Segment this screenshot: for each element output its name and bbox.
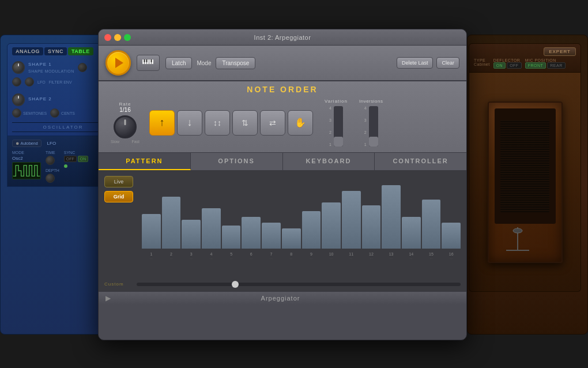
deflector-off-btn[interactable]: OFF bbox=[507, 62, 522, 69]
rate-section: Rate 1/16 Slow Fast bbox=[108, 102, 142, 144]
mode-label: MODE bbox=[12, 151, 41, 155]
grid-button[interactable]: Grid bbox=[104, 191, 133, 202]
synth-tab-table[interactable]: TABLE bbox=[68, 47, 93, 55]
bar-15[interactable] bbox=[422, 200, 441, 249]
bar-num-9: 9 bbox=[302, 252, 321, 256]
bar-9[interactable] bbox=[302, 211, 321, 249]
bar-sub-14: ··· bbox=[402, 257, 421, 260]
custom-slider[interactable] bbox=[137, 283, 461, 286]
bar-11[interactable] bbox=[342, 191, 361, 249]
bar-14[interactable] bbox=[402, 217, 421, 249]
bar-sub-1: ··· bbox=[142, 257, 161, 260]
synth-tab-sync[interactable]: SYNC bbox=[44, 47, 67, 55]
dir-btn-updown[interactable]: ↕↕ bbox=[205, 110, 230, 136]
front-btn[interactable]: FRONT bbox=[525, 62, 546, 69]
deflector-buttons: ON OFF bbox=[493, 62, 522, 69]
rate-knob[interactable] bbox=[114, 115, 137, 138]
arp-controls-right: Latch Mode Transpose bbox=[165, 57, 391, 69]
type-label: TYPE bbox=[474, 58, 490, 62]
delete-last-button[interactable]: Delete Last bbox=[397, 57, 434, 69]
vibrato-knob[interactable] bbox=[78, 63, 87, 72]
autobend-button[interactable]: ⏺ Autobend bbox=[12, 140, 42, 147]
tab-keyboard[interactable]: KEYBOARD bbox=[283, 153, 375, 170]
keyboard-button[interactable] bbox=[137, 55, 160, 71]
dir-btn-random[interactable]: ⇄ bbox=[260, 110, 285, 136]
bar-sub-11: ··· bbox=[342, 257, 361, 260]
play-button[interactable] bbox=[105, 50, 131, 76]
bar-sub-10: ··· bbox=[322, 257, 341, 260]
live-button[interactable]: Live bbox=[104, 176, 133, 187]
tab-controller[interactable]: CONTROLLER bbox=[375, 153, 466, 170]
latch-button[interactable]: Latch bbox=[165, 57, 192, 69]
cabinet-label: Cabinet bbox=[474, 62, 490, 66]
bar-7[interactable] bbox=[262, 223, 281, 249]
deflector-on-btn[interactable]: ON bbox=[493, 62, 506, 69]
maximize-button[interactable] bbox=[124, 34, 131, 41]
variation-slider[interactable] bbox=[334, 106, 343, 147]
depth-label: DEPTH bbox=[46, 168, 59, 172]
play-icon bbox=[115, 58, 123, 68]
note-order-section: NOTE ORDER Rate 1/16 Slow Fast ↑ ↓ ↕↕ ⇅ … bbox=[99, 81, 466, 152]
bar-12[interactable] bbox=[362, 205, 381, 249]
sync-label: SYNC bbox=[64, 151, 89, 155]
expert-button[interactable]: EXPERT bbox=[544, 47, 576, 56]
bar-num-14: 14 bbox=[402, 252, 421, 256]
bar-num-16: 16 bbox=[442, 252, 461, 256]
bar-num-7: 7 bbox=[262, 252, 281, 256]
speaker-grille bbox=[500, 120, 549, 212]
lfo-section-label: LFO bbox=[47, 141, 56, 146]
bar-2[interactable] bbox=[162, 197, 181, 249]
bar-sub-3: ··· bbox=[182, 257, 201, 260]
rear-btn[interactable]: REAR bbox=[547, 62, 565, 69]
bar-6[interactable] bbox=[242, 217, 261, 249]
inv-num-1: 1 bbox=[364, 142, 367, 147]
slow-fast-labels: Slow Fast bbox=[111, 140, 140, 144]
lfo-knob[interactable] bbox=[12, 77, 21, 87]
direction-buttons: ↑ ↓ ↕↕ ⇅ ⇄ ✋ bbox=[149, 110, 313, 136]
inversions-slider-group: 4 3 2 1 bbox=[364, 106, 378, 147]
lfo-depth-knob[interactable] bbox=[46, 174, 55, 183]
lfo-time-knob[interactable] bbox=[46, 156, 55, 165]
inversions-slider[interactable] bbox=[369, 106, 378, 147]
shape1-knob[interactable] bbox=[12, 61, 25, 74]
bar-num-11: 11 bbox=[342, 252, 361, 256]
dir-btn-down[interactable]: ↓ bbox=[177, 110, 202, 136]
mode-value[interactable]: Transpose bbox=[216, 57, 255, 69]
dir-btn-up[interactable]: ↑ bbox=[149, 110, 175, 136]
sync-on-btn[interactable]: ON bbox=[78, 156, 89, 162]
arpeggiator-window: Inst 2: Arpeggiator Latch Mode Transpose bbox=[98, 29, 467, 340]
bar-13[interactable] bbox=[382, 185, 401, 249]
custom-row: Custom bbox=[104, 281, 461, 287]
bar-3[interactable] bbox=[182, 220, 201, 249]
clear-button[interactable]: Clear bbox=[436, 57, 459, 69]
minimize-button[interactable] bbox=[114, 34, 121, 41]
rate-value: 1/16 bbox=[119, 107, 130, 113]
tab-options[interactable]: OPTIONS bbox=[191, 153, 283, 170]
bars-container bbox=[142, 176, 461, 251]
cents-knob[interactable] bbox=[50, 108, 59, 118]
bar-5[interactable] bbox=[222, 226, 241, 249]
synth-tab-analog[interactable]: ANALOG bbox=[12, 47, 43, 55]
dir-btn-inout[interactable]: ⇅ bbox=[232, 110, 258, 136]
bar-4[interactable] bbox=[202, 208, 221, 249]
close-button[interactable] bbox=[104, 34, 111, 41]
pattern-side-buttons: Live Grid bbox=[104, 176, 133, 202]
bar-1[interactable] bbox=[142, 214, 161, 249]
deflector-label: DEFLECTOR bbox=[493, 58, 522, 62]
bar-10[interactable] bbox=[322, 202, 341, 249]
filter-env-knob[interactable] bbox=[25, 77, 34, 87]
shape2-knob[interactable] bbox=[12, 93, 25, 106]
svg-rect-9 bbox=[146, 59, 148, 62]
bar-sub-2: ··· bbox=[162, 257, 181, 260]
semitones-knob[interactable] bbox=[12, 108, 21, 118]
slow-label: Slow bbox=[111, 140, 119, 144]
variation-section: Variation 4 3 2 1 bbox=[325, 99, 348, 147]
mic-position-label: MIC POSITION bbox=[525, 58, 566, 62]
speaker-controls: TYPE Cabinet DEFLECTOR ON OFF MIC POSITI… bbox=[474, 58, 576, 69]
bottom-left-arrow: ▶ bbox=[105, 294, 111, 302]
tab-pattern[interactable]: PATTERN bbox=[99, 153, 191, 170]
sync-off-btn[interactable]: OFF bbox=[64, 156, 77, 162]
bar-16[interactable] bbox=[442, 223, 461, 249]
dir-btn-manual[interactable]: ✋ bbox=[288, 110, 313, 136]
bar-8[interactable] bbox=[282, 228, 301, 249]
